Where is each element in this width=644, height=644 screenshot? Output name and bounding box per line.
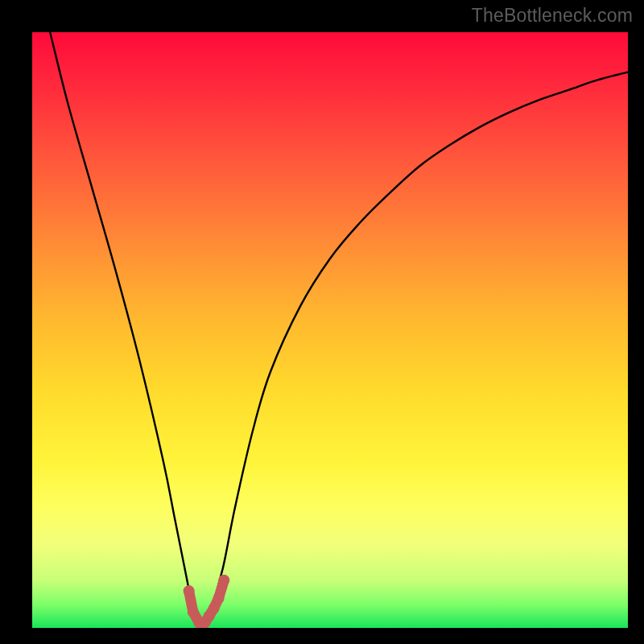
bottleneck-curve <box>50 32 628 624</box>
curve-svg <box>32 32 628 628</box>
valley-marker <box>218 575 229 586</box>
valley-marker <box>188 606 199 617</box>
valley-marker <box>208 603 220 614</box>
chart-frame: TheBottleneck.com <box>0 0 644 644</box>
valley-marker <box>213 592 225 604</box>
valley-marker <box>184 585 195 597</box>
valley-floor-markers <box>184 575 230 628</box>
watermark-text: TheBottleneck.com <box>472 5 633 27</box>
plot-area <box>32 32 628 628</box>
